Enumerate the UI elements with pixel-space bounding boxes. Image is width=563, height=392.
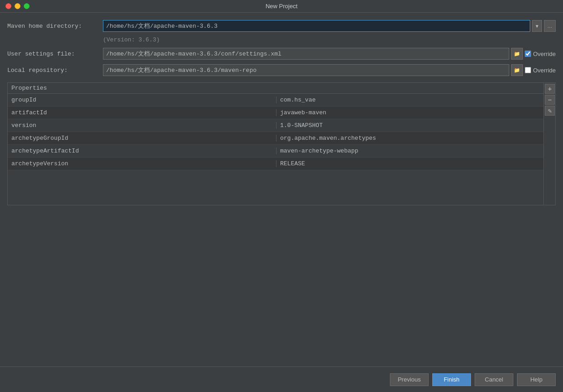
remove-property-button[interactable]: − [545,95,555,105]
maven-home-input-wrapper: ▼ … [103,20,556,32]
add-property-button[interactable]: + [545,84,555,94]
prop-value: maven-archetype-webapp [276,148,543,154]
new-project-window: New Project Maven home directory: ▼ … (V… [0,0,563,392]
prop-value: 1.0-SNAPSHOT [276,122,543,129]
prop-value: RELEASE [276,160,543,167]
maven-home-row: Maven home directory: ▼ … [7,20,556,32]
prop-key: archetypeGroupId [8,135,276,142]
window-title: New Project [266,3,297,10]
user-settings-row: User settings file: 📁 Override [7,48,556,60]
empty-area [0,205,563,367]
table-row[interactable]: archetypeGroupIdorg.apache.maven.archety… [8,132,543,145]
window-controls [5,3,30,9]
property-actions: + − ✎ [543,83,555,205]
maven-home-browse-btn[interactable]: … [544,20,556,32]
local-repo-label: Local repository: [7,67,103,74]
local-repo-override-checkbox[interactable] [525,67,531,73]
table-row[interactable]: archetypeArtifactIdmaven-archetype-webap… [8,145,543,158]
maven-home-label: Maven home directory: [7,23,103,30]
user-settings-browse-btn[interactable]: 📁 [511,48,523,60]
user-settings-input-wrapper: 📁 Override [103,48,556,60]
main-content: Maven home directory: ▼ … (Version: 3.6.… [0,13,563,205]
table-row[interactable]: artifactIdjavaweb-maven [8,107,543,119]
user-settings-override-label: Override [533,51,556,57]
prop-value: javaweb-maven [276,109,543,116]
finish-button[interactable]: Finish [432,373,471,386]
properties-table-area: Properties groupIdcom.hs_vaeartifactIdja… [8,83,543,205]
table-row[interactable]: groupIdcom.hs_vae [8,94,543,107]
maven-home-dropdown-btn[interactable]: ▼ [532,20,542,32]
local-repo-input-wrapper: 📁 Override [103,64,556,76]
footer: Previous Finish Cancel Help [0,367,563,392]
local-repo-input[interactable] [103,64,509,76]
table-row[interactable]: archetypeVersionRELEASE [8,158,543,170]
local-repo-override-label: Override [533,67,556,74]
local-repo-browse-btn[interactable]: 📁 [511,64,523,76]
local-repo-override-wrapper: Override [525,67,556,74]
user-settings-input[interactable] [103,48,509,60]
help-button[interactable]: Help [517,373,556,386]
properties-table: groupIdcom.hs_vaeartifactIdjavaweb-maven… [8,94,543,205]
properties-section: Properties groupIdcom.hs_vaeartifactIdja… [7,82,556,205]
user-settings-override-wrapper: Override [525,51,556,57]
prop-key: archetypeVersion [8,160,276,167]
maximize-button[interactable] [24,3,30,9]
user-settings-override-checkbox[interactable] [525,51,531,57]
prop-key: version [8,122,276,129]
user-settings-label: User settings file: [7,51,103,57]
maven-home-input[interactable] [103,20,530,32]
prop-key: artifactId [8,109,276,116]
title-bar: New Project [0,0,563,13]
previous-button[interactable]: Previous [390,373,429,386]
prop-value: com.hs_vae [276,97,543,103]
edit-property-button[interactable]: ✎ [545,106,555,116]
prop-key: archetypeArtifactId [8,148,276,154]
prop-value: org.apache.maven.archetypes [276,135,543,142]
minimize-button[interactable] [15,3,20,9]
table-row[interactable]: version1.0-SNAPSHOT [8,119,543,132]
prop-key: groupId [8,97,276,103]
local-repo-row: Local repository: 📁 Override [7,64,556,76]
cancel-button[interactable]: Cancel [475,373,513,386]
properties-header: Properties [8,83,543,94]
close-button[interactable] [5,3,11,9]
version-text: (Version: 3.6.3) [103,36,556,43]
